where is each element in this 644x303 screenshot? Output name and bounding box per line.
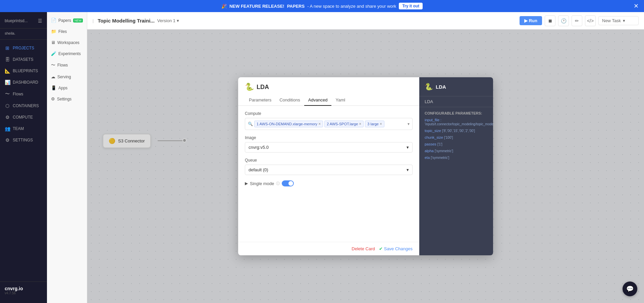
sidebar-item-settings[interactable]: ⚙ SETTINGS bbox=[0, 134, 47, 146]
history-button[interactable]: 🕐 bbox=[558, 15, 569, 26]
compute-tag-0[interactable]: 1 AWS-ON-DEMAND.xlarge-memory × bbox=[254, 121, 323, 127]
delete-card-button[interactable]: Delete Card bbox=[352, 246, 375, 251]
config-param-topic-size: topic_size ['8','00','15','00','2','00'] bbox=[419, 127, 493, 134]
banner-feature-text: NEW FEATURE RELEASE! bbox=[229, 4, 284, 9]
sidebar-item-label: BLUEPRINTS bbox=[13, 69, 38, 73]
queue-arrow-icon: ▾ bbox=[407, 167, 409, 172]
image-label: Image bbox=[245, 135, 413, 140]
image-arrow-icon: ▾ bbox=[407, 145, 409, 150]
flows-sec-icon: 〜 bbox=[51, 62, 55, 68]
toggle-knob bbox=[288, 181, 293, 186]
edit-button[interactable]: ✏ bbox=[572, 15, 582, 26]
sec-settings-icon: ⚙ bbox=[51, 96, 55, 101]
sidebar-item-team[interactable]: 👥 TEAM bbox=[0, 123, 47, 134]
queue-value: default (0) bbox=[249, 167, 268, 172]
sec-nav-label: Settings bbox=[57, 97, 71, 101]
compute-tag-remove-2[interactable]: × bbox=[380, 122, 382, 126]
single-mode-info-icon[interactable]: ⓘ bbox=[276, 181, 280, 186]
compute-tag-2[interactable]: 3 large × bbox=[365, 121, 384, 127]
workspaces-icon: 🖥 bbox=[51, 40, 55, 45]
config-param-passes: passes ['1'] bbox=[419, 141, 493, 147]
sidebar-item-label: DASHBOARD bbox=[13, 80, 38, 85]
right-panel-header: 🐍 LDA bbox=[419, 77, 493, 96]
tab-conditions[interactable]: Conditions bbox=[275, 95, 304, 106]
lda-icon: 🐍 bbox=[245, 83, 254, 91]
containers-icon: ⬡ bbox=[5, 103, 10, 109]
sec-nav-papers[interactable]: 📄 Papers NEW bbox=[47, 15, 87, 26]
image-value: cnvrg:v5.0 bbox=[249, 145, 269, 150]
compute-field-group: Compute 🔍 1 AWS-ON-DEMAND.xlarge-memory … bbox=[245, 111, 413, 130]
sidebar-item-label: DATASETS bbox=[13, 57, 34, 62]
sec-nav-experiments[interactable]: 🧪 Experiments bbox=[47, 48, 87, 59]
sec-nav-label: Apps bbox=[58, 86, 67, 90]
blueprints-icon: 📐 bbox=[5, 68, 10, 74]
sec-nav-files[interactable]: 📁 Files bbox=[47, 26, 87, 37]
sec-nav-workspaces[interactable]: 🖥 Workspaces bbox=[47, 37, 87, 48]
sidebar-toggle-button[interactable]: ☰ bbox=[38, 18, 42, 24]
right-panel-title: LDA bbox=[436, 84, 446, 90]
sec-nav-flows[interactable]: 〜 Flows bbox=[47, 59, 87, 71]
banner-close-button[interactable]: ✕ bbox=[634, 2, 639, 10]
sidebar-item-projects[interactable]: ⊞ PROJECTS bbox=[0, 42, 47, 54]
right-lda-label: LDA bbox=[419, 96, 493, 107]
sidebar-item-label: Flows bbox=[13, 92, 23, 96]
image-select[interactable]: cnvrg:v5.0 ▾ bbox=[245, 142, 413, 153]
stop-button[interactable]: ⏹ bbox=[545, 15, 555, 26]
compute-tag-1[interactable]: 2 AWS-SPOT.large × bbox=[324, 121, 364, 127]
param-value-topic-size: ['8','00','15','00','2','00'] bbox=[442, 129, 475, 133]
compute-tag-label: 2 AWS-SPOT.large bbox=[327, 122, 358, 126]
param-name-topic-size: topic_size bbox=[425, 129, 441, 133]
save-changes-button[interactable]: ✔ Save Changes bbox=[379, 246, 413, 251]
param-name-alpha: alpha bbox=[425, 149, 434, 153]
banner-description: - A new space to analyze and share your … bbox=[307, 4, 396, 9]
sidebar-user: sheila. bbox=[0, 29, 47, 40]
new-task-label: New Task bbox=[602, 18, 621, 23]
compute-select[interactable]: 🔍 1 AWS-ON-DEMAND.xlarge-memory × 2 AWS-… bbox=[245, 118, 413, 130]
sec-nav-label: Papers bbox=[58, 18, 71, 23]
chat-bubble-button[interactable]: 💬 bbox=[623, 282, 637, 296]
flows-icon: 〜 bbox=[5, 91, 10, 97]
version-select[interactable]: Version 1 ▾ bbox=[157, 18, 179, 23]
code-button[interactable]: </> bbox=[585, 15, 596, 26]
param-name-input-file: input_file : bbox=[425, 118, 441, 122]
run-button[interactable]: ▶ Run bbox=[520, 16, 542, 25]
modal-tabs: Parameters Conditions Advanced Yaml bbox=[238, 95, 419, 106]
sec-nav-settings[interactable]: ⚙ Settings bbox=[47, 93, 87, 104]
chevron-down-icon: ▾ bbox=[623, 18, 625, 23]
single-mode-label: Single mode bbox=[250, 181, 274, 186]
sidebar-item-datasets[interactable]: 🗄 DATASETS bbox=[0, 54, 47, 65]
sec-nav-apps[interactable]: 📱 Apps bbox=[47, 82, 87, 93]
sec-nav-label: Serving bbox=[57, 75, 71, 79]
new-badge: NEW bbox=[73, 18, 83, 23]
tab-yaml[interactable]: Yaml bbox=[331, 95, 349, 106]
config-param-chunk-size: chunk_size ['100'] bbox=[419, 134, 493, 141]
save-check-icon: ✔ bbox=[379, 246, 383, 251]
modal-right-panel: 🐍 LDA LDA Configurable Parameters: input… bbox=[419, 77, 493, 255]
modal-body: Compute 🔍 1 AWS-ON-DEMAND.xlarge-memory … bbox=[238, 106, 419, 242]
page-title: Topic Modelling Traini... bbox=[98, 18, 155, 24]
compute-tag-remove-1[interactable]: × bbox=[359, 122, 361, 126]
projects-icon: ⊞ bbox=[5, 45, 10, 51]
modal-overlay: 🐍 LDA Parameters Conditions Advanced Yam… bbox=[87, 30, 644, 303]
sec-nav-serving[interactable]: ☁ Serving bbox=[47, 71, 87, 82]
sidebar-item-label: PROJECTS bbox=[13, 46, 34, 50]
sidebar-version: v4.7.56 bbox=[5, 291, 42, 295]
try-it-out-button[interactable]: Try it out bbox=[399, 3, 423, 9]
tab-parameters[interactable]: Parameters bbox=[245, 95, 275, 106]
new-task-select[interactable]: New Task ▾ bbox=[598, 16, 639, 25]
sidebar-item-compute[interactable]: ⚙ COMPUTE bbox=[0, 112, 47, 123]
modal-left-panel: 🐍 LDA Parameters Conditions Advanced Yam… bbox=[238, 77, 419, 255]
tab-advanced[interactable]: Advanced bbox=[304, 95, 332, 106]
sidebar-item-blueprints[interactable]: 📐 BLUEPRINTS bbox=[0, 65, 47, 77]
single-mode-toggle[interactable] bbox=[282, 180, 294, 186]
queue-label: Queue bbox=[245, 158, 413, 163]
sidebar-item-label: TEAM bbox=[13, 126, 24, 131]
modal-header: 🐍 LDA bbox=[238, 77, 419, 91]
sidebar-item-dashboard[interactable]: 📊 DASHBOARD bbox=[0, 77, 47, 88]
sec-nav-label: Experiments bbox=[58, 51, 81, 56]
sidebar-item-flows[interactable]: 〜 Flows bbox=[0, 88, 47, 100]
queue-select[interactable]: default (0) ▾ bbox=[245, 165, 413, 175]
compute-tag-remove-0[interactable]: × bbox=[318, 122, 321, 126]
banner-icon: 🎉 bbox=[221, 4, 227, 9]
sidebar-item-containers[interactable]: ⬡ CONTAINERS bbox=[0, 100, 47, 112]
